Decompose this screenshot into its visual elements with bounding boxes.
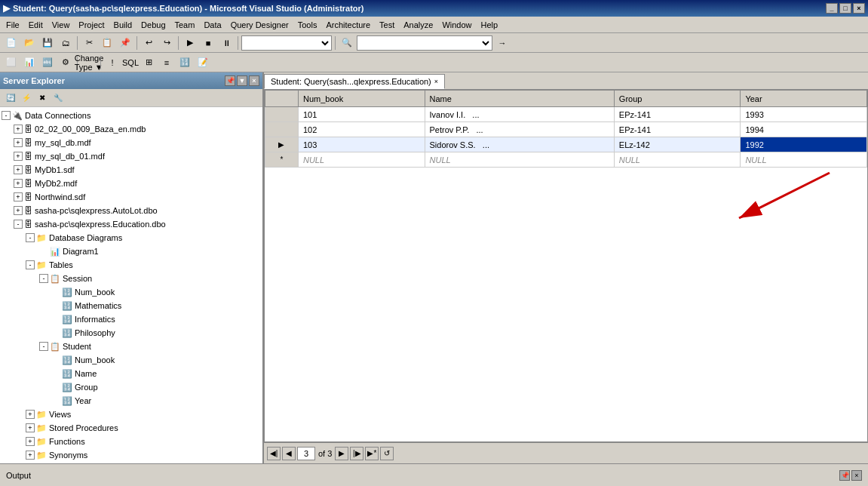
expand-tables[interactable]: - [26, 260, 35, 269]
nav-end-button[interactable]: ▶* [365, 447, 379, 460]
expand-functions[interactable]: + [26, 437, 35, 446]
redo-button[interactable]: ↪ [158, 35, 175, 51]
panel-dropdown-button[interactable]: ▼ [237, 75, 247, 86]
panel-pin-button[interactable]: 📌 [225, 75, 235, 86]
expand-session[interactable]: - [39, 274, 48, 283]
tree-my-sql-db[interactable]: + 🗄 my_sql_db.mdf [0, 136, 262, 149]
row4-name[interactable]: NULL [425, 152, 614, 168]
tb2-btn7[interactable]: 🔢 [176, 54, 193, 71]
maximize-button[interactable]: □ [839, 3, 851, 14]
tb2-btn2[interactable]: 📊 [21, 54, 38, 71]
tree-types[interactable]: + 📁 Types [0, 462, 262, 463]
row2-group[interactable]: EPz-141 [614, 122, 741, 137]
execute-button[interactable]: ! [104, 54, 121, 71]
se-refresh-button[interactable]: 🔄 [3, 91, 18, 106]
debug-start-button[interactable]: ▶ [182, 35, 198, 51]
tree-data-connections[interactable]: - 🔌 Data Connections [0, 109, 262, 122]
query-result-area[interactable]: Num_book Name Group Year 101 Ivanov I.I.… [264, 89, 868, 442]
menu-debug[interactable]: Debug [136, 19, 170, 31]
output-close-button[interactable]: × [851, 470, 862, 481]
menu-test[interactable]: Test [375, 19, 399, 31]
tree-tables[interactable]: - 📁 Tables [0, 258, 262, 272]
menu-query-designer[interactable]: Query Designer [226, 19, 293, 31]
cut-button[interactable]: ✂ [81, 35, 97, 51]
tree-student-year[interactable]: 🔢 Year [0, 394, 262, 408]
row4-year[interactable]: NULL [741, 152, 867, 168]
expand-baza[interactable]: + [14, 125, 23, 134]
nav-refresh-button[interactable]: ↺ [380, 447, 394, 460]
open-button[interactable]: 📂 [21, 35, 38, 51]
row3-year[interactable]: 1992 [741, 137, 867, 152]
tree-session-informatics[interactable]: 🔢 Informatics [0, 312, 262, 326]
tree-stored-procedures[interactable]: + 📁 Stored Procedures [0, 421, 262, 435]
menu-help[interactable]: Help [477, 19, 503, 31]
tree-student[interactable]: - 📋 Student [0, 340, 262, 353]
tree-education[interactable]: - 🗄 sasha-pc\sqlexpress.Education.dbo [0, 217, 262, 231]
tree-diagram1[interactable]: 📊 Diagram1 [0, 245, 262, 258]
table-row[interactable]: * NULL NULL NULL NULL [265, 152, 867, 168]
nav-prev-button[interactable]: ◀ [282, 447, 296, 460]
expand-student[interactable]: - [39, 342, 48, 351]
close-button[interactable]: × [853, 3, 865, 14]
row1-numbook[interactable]: 101 [298, 107, 425, 122]
menu-window[interactable]: Window [437, 19, 476, 31]
save-all-button[interactable]: 🗂 [57, 35, 74, 51]
tb2-btn5[interactable]: ⊞ [140, 54, 157, 71]
change-type-combo-btn[interactable]: Change Type ▼ [81, 54, 97, 71]
row2-numbook[interactable]: 102 [298, 122, 425, 137]
sql-button[interactable]: SQL [122, 54, 139, 71]
tree-student-numbook[interactable]: 🔢 Num_book [0, 353, 262, 367]
table-row[interactable]: 102 Petrov P.P. ... EPz-141 1994 [265, 122, 867, 137]
row4-numbook[interactable]: NULL [298, 152, 425, 168]
row1-year[interactable]: 1993 [741, 107, 867, 122]
menu-team[interactable]: Team [170, 19, 200, 31]
tree-functions[interactable]: + 📁 Functions [0, 435, 262, 448]
tree-mydb1[interactable]: + 🗄 MyDb1.sdf [0, 163, 262, 177]
row3-group[interactable]: ELz-142 [614, 137, 741, 152]
server-explorer-tree[interactable]: - 🔌 Data Connections + 🗄 02_02_00_009_Ba… [0, 107, 262, 463]
expand-education[interactable]: - [14, 220, 23, 229]
se-disconnect-button[interactable]: ✖ [35, 91, 50, 106]
tree-student-group[interactable]: 🔢 Group [0, 380, 262, 394]
row3-numbook[interactable]: 103 [298, 137, 425, 152]
query-tab[interactable]: Student: Query(sash...qlexpress.Educatio… [264, 74, 445, 89]
tree-db-diagrams[interactable]: - 📁 Database Diagrams [0, 231, 262, 245]
row2-name[interactable]: Petrov P.P. ... [425, 122, 614, 137]
nav-page-input[interactable] [297, 447, 315, 460]
expand-views[interactable]: + [26, 410, 35, 419]
menu-build[interactable]: Build [109, 19, 136, 31]
find-button[interactable]: 🔍 [339, 35, 355, 51]
tree-session[interactable]: - 📋 Session [0, 272, 262, 285]
tree-views[interactable]: + 📁 Views [0, 408, 262, 421]
minimize-button[interactable]: _ [826, 3, 838, 14]
debug-stop-button[interactable]: ■ [200, 35, 216, 51]
expand-my-sql-db-01[interactable]: + [14, 152, 23, 161]
expand-stored-procedures[interactable]: + [26, 423, 35, 432]
tree-mydb2[interactable]: + 🗄 MyDb2.mdf [0, 177, 262, 190]
search-combo[interactable] [357, 35, 492, 51]
row3-name[interactable]: Sidorov S.S. ... [425, 137, 614, 152]
expand-northwind[interactable]: + [14, 192, 23, 201]
table-row[interactable]: 101 Ivanov I.I. ... EPz-141 1993 [265, 107, 867, 122]
configuration-combo[interactable] [241, 35, 332, 51]
row4-group[interactable]: NULL [614, 152, 741, 168]
save-button[interactable]: 💾 [39, 35, 56, 51]
query-tab-close[interactable]: × [434, 78, 438, 85]
debug-pause-button[interactable]: ⏸ [218, 35, 235, 51]
expand-synonyms[interactable]: + [26, 451, 35, 460]
search-go-button[interactable]: → [494, 35, 511, 51]
menu-file[interactable]: File [2, 19, 24, 31]
panel-close-button[interactable]: × [249, 75, 259, 86]
paste-button[interactable]: 📌 [117, 35, 133, 51]
menu-tools[interactable]: Tools [293, 19, 322, 31]
tree-baza-mdb[interactable]: + 🗄 02_02_00_009_Baza_en.mdb [0, 122, 262, 136]
menu-data[interactable]: Data [199, 19, 225, 31]
menu-architecture[interactable]: Architecture [321, 19, 375, 31]
expand-autolot[interactable]: + [14, 206, 23, 215]
tree-autolot[interactable]: + 🗄 sasha-pc\sqlexpress.AutoLot.dbo [0, 204, 262, 217]
tb2-btn1[interactable]: ⬜ [3, 54, 20, 71]
nav-next-button[interactable]: ▶ [335, 447, 348, 460]
table-row[interactable]: ▶ 103 Sidorov S.S. ... ELz-142 1992 [265, 137, 867, 152]
expand-my-sql-db[interactable]: + [14, 138, 23, 147]
tree-session-numbook[interactable]: 🔢 Num_book [0, 285, 262, 299]
